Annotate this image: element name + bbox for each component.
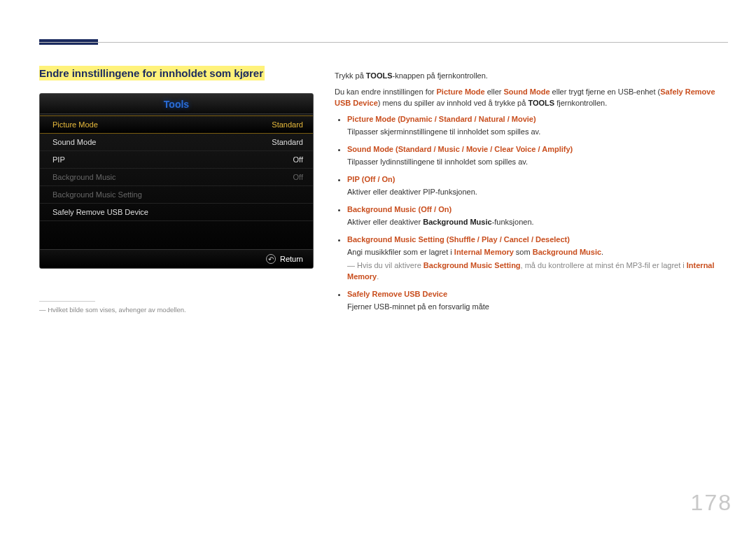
menu-value: Standard	[272, 138, 303, 146]
menu-value: Standard	[272, 120, 303, 129]
tools-menu-list: Picture Mode Standard Sound Mode Standar…	[40, 114, 313, 249]
opt-sound-mode: Sound Mode (Standard / Music / Movie / C…	[347, 143, 721, 168]
top-rule	[39, 42, 728, 43]
opt-safely-remove-usb: Safely Remove USB Device Fjerner USB-min…	[347, 288, 721, 313]
menu-row-background-music: Background Music Off	[40, 169, 313, 186]
opt-picture-mode: Picture Mode (Dynamic / Standard / Natur…	[347, 113, 721, 138]
menu-label: Background Music Setting	[52, 190, 142, 199]
menu-row-background-music-setting: Background Music Setting	[40, 186, 313, 204]
opt-background-music-setting: Background Music Setting (Shuffle / Play…	[347, 234, 721, 283]
menu-label: Sound Mode	[52, 138, 96, 146]
footnote-rule	[39, 301, 95, 302]
menu-value: Off	[293, 173, 303, 181]
intro-line-2: Du kan endre innstillingen for Picture M…	[335, 86, 721, 109]
intro-line-1: Trykk på TOOLS-knappen på fjernkontrolle…	[335, 70, 721, 82]
opt-pip: PIP (Off / On) Aktiver eller deaktiver P…	[347, 174, 721, 198]
menu-label: PIP	[52, 155, 65, 164]
tools-menu-screenshot: Tools Picture Mode Standard Sound Mode S…	[39, 93, 314, 269]
menu-value: Off	[293, 155, 303, 164]
body-text: Trykk på TOOLS-knappen på fjernkontrolle…	[335, 70, 721, 318]
menu-row-pip[interactable]: PIP Off	[40, 151, 313, 169]
footnote-text: Hvilket bilde som vises, avhenger av mod…	[39, 306, 316, 314]
opt-background-music: Background Music (Off / On) Aktiver elle…	[347, 204, 721, 228]
menu-label: Picture Mode	[52, 120, 98, 129]
section-heading: Endre innstillingene for innholdet som k…	[39, 66, 265, 80]
menu-label: Background Music	[52, 173, 116, 181]
return-label: Return	[280, 255, 303, 263]
page-number: 178	[691, 490, 732, 516]
menu-label: Safely Remove USB Device	[52, 208, 148, 216]
menu-row-safely-remove-usb[interactable]: Safely Remove USB Device	[40, 204, 313, 221]
tools-menu-titlebar: Tools	[40, 94, 313, 114]
bgms-note: Hvis du vil aktivere Background Music Se…	[347, 260, 721, 283]
menu-row-picture-mode[interactable]: Picture Mode Standard	[40, 115, 313, 134]
menu-blank-area	[40, 221, 313, 249]
return-icon: ↶	[266, 254, 276, 264]
tools-menu-title: Tools	[164, 99, 189, 110]
menu-row-sound-mode[interactable]: Sound Mode Standard	[40, 134, 313, 151]
tools-menu-footer: ↶ Return	[40, 249, 313, 268]
